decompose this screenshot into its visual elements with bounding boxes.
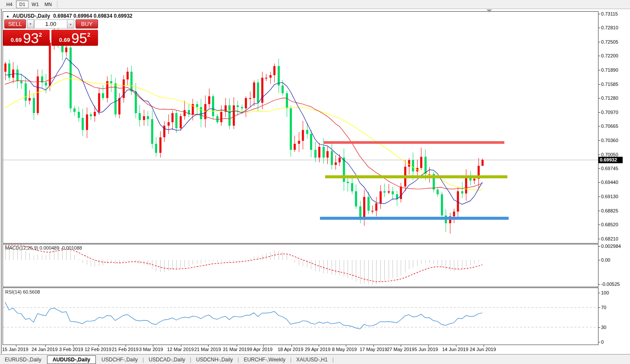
chart-shift-marker[interactable]: [487, 9, 492, 13]
date-axis-label: 21 Feb 2019: [112, 347, 139, 352]
price-axis-label: 0.68825: [601, 208, 618, 213]
rsi-axis-label-tick: [598, 342, 600, 342]
price-axis-label: 0.69745: [601, 166, 618, 171]
price-axis-label-tick: [598, 14, 600, 14]
date-axis-label: 21 Mar 2019: [194, 347, 221, 352]
ohlc-values: 0.69847 0.69964 0.69834 0.69932: [53, 13, 133, 19]
volume-input[interactable]: 1.00: [34, 19, 67, 28]
date-axis-label: 8 May 2019: [332, 347, 357, 352]
macd-canvas: [3, 244, 598, 286]
timeframe-h4-button[interactable]: H4: [3, 0, 16, 8]
date-axis-label: 12 Mar 2019: [167, 347, 194, 352]
price-axis-label: 0.71890: [601, 67, 618, 73]
macd-label: MACD(12,26,9) 0.000489 -0.001088: [5, 245, 82, 250]
macd-axis-label-tick: [598, 246, 600, 247]
price-axis-label-tick: [598, 155, 600, 155]
price-axis-label: 0.70970: [601, 110, 618, 115]
price-axis-label: 0.68520: [601, 222, 618, 227]
price-axis-label: 0.71280: [601, 95, 618, 101]
tab-xauusd-h1[interactable]: XAUUSD-,H1: [291, 356, 332, 364]
date-axis-label: 31 Mar 2019: [223, 347, 250, 352]
window-left-frame: [1, 9, 2, 354]
rsi-axis-label: 0: [601, 339, 604, 345]
collapse-one-click-icon[interactable]: ▲: [6, 14, 9, 18]
price-axis-label-tick: [598, 140, 600, 141]
date-axis-label: 14 Jun 2019: [442, 347, 469, 352]
chart-tab-bar: EURUSD-,Daily AUDUSD-,Daily USDCHF-,Dail…: [0, 354, 630, 364]
rsi-axis-label: 100: [601, 290, 609, 295]
price-chart-canvas[interactable]: [3, 12, 598, 243]
rsi-label: RSI(14) 60.5608: [5, 289, 40, 294]
price-axis-label: 0.72810: [601, 25, 618, 30]
timeframe-mn-button[interactable]: MN: [42, 0, 54, 8]
price-axis-label-tick: [598, 70, 600, 70]
rsi-axis-label-tick: [598, 307, 600, 308]
current-price-tag: 0.69932: [598, 157, 623, 163]
macd-axis-label-tick: [598, 284, 600, 285]
price-axis-label-tick: [598, 98, 600, 98]
rsi-axis-label-tick: [598, 327, 600, 328]
tab-eurchf-weekly[interactable]: EURCHF-,Weekly: [239, 356, 290, 364]
price-axis-label: 0.70360: [601, 138, 618, 143]
tab-usdcnh-daily[interactable]: USDCNH-,Daily: [191, 356, 237, 364]
price-axis-label: 0.69440: [601, 180, 618, 185]
date-axis-label: 18 Apr 2019: [278, 347, 303, 352]
price-axis-label-tick: [598, 182, 600, 183]
timeframe-toolbar: H4 D1 W1 MN: [0, 0, 630, 9]
date-axis-label: 3 Mar 2019: [139, 347, 163, 352]
tab-eurusd-daily[interactable]: EURUSD-,Daily: [0, 356, 46, 364]
date-axis-label: 27 May 2019: [387, 347, 415, 352]
sell-price-big: 93: [23, 32, 39, 45]
price-axis-label-tick: [598, 239, 600, 239]
volume-decrease-button[interactable]: ▼: [27, 19, 34, 28]
price-axis-label: 0.68210: [601, 236, 618, 241]
symbol-period-label: AUDUSD-,Daily: [13, 13, 50, 19]
buy-price-sup: 2: [87, 32, 90, 38]
buy-price-prefix: 0.69: [59, 37, 70, 43]
rsi-axis-label-tick: [598, 293, 600, 293]
one-click-trading-panel: SELL ▼ 1.00 ▲ BUY 0.69932 0.69952: [3, 19, 98, 46]
date-axis-label: 24 Jan 2019: [32, 347, 58, 352]
date-axis-label: 15 Jan 2019: [2, 347, 28, 352]
macd-axis-label: 0.002984: [601, 244, 621, 249]
date-axis-label: 5 Jun 2019: [415, 347, 438, 352]
price-axis-label: 0.69130: [601, 194, 618, 199]
tab-audusd-daily[interactable]: AUDUSD-,Daily: [47, 355, 96, 364]
sell-price-prefix: 0.69: [11, 37, 22, 43]
rsi-axis-label: 70: [601, 305, 606, 310]
macd-axis-label: 0.00: [601, 257, 610, 263]
date-axis-label: 12 Feb 2019: [85, 347, 111, 352]
price-axis-label-tick: [598, 225, 600, 225]
price-axis-label: 0.73115: [601, 11, 618, 16]
price-axis-label-tick: [598, 56, 600, 56]
timeframe-w1-button[interactable]: W1: [29, 0, 41, 8]
price-axis-label: 0.72200: [601, 53, 618, 58]
volume-increase-button[interactable]: ▲: [67, 19, 74, 28]
price-axis-label: 0.71585: [601, 82, 618, 87]
rsi-canvas: [3, 288, 598, 345]
chart-title: ▲ AUDUSD-,Daily 0.69847 0.69964 0.69834 …: [6, 13, 133, 19]
tab-usdcad-daily[interactable]: USDCAD-,Daily: [144, 356, 190, 364]
price-axis-label-tick: [598, 112, 600, 113]
price-axis-label-tick: [598, 211, 600, 211]
price-axis-label-tick: [598, 168, 600, 169]
date-axis-label: 29 Apr 2019: [305, 347, 330, 352]
date-axis-label: 17 May 2019: [360, 347, 387, 352]
tab-usdchf-daily[interactable]: USDCHF-,Daily: [97, 356, 142, 364]
sell-button[interactable]: SELL: [4, 19, 26, 28]
macd-axis-label-tick: [598, 260, 600, 260]
toolbar-separator: [57, 1, 57, 8]
buy-price-box[interactable]: 0.69952: [51, 30, 98, 46]
chevron-up-icon: ▲: [69, 22, 72, 25]
price-axis-label-tick: [598, 28, 600, 28]
price-axis-label-tick: [598, 42, 600, 42]
date-axis-label: 24 Jun 2019: [470, 347, 496, 352]
sell-price-box[interactable]: 0.69932: [3, 30, 50, 46]
rsi-axis-label: 30: [601, 325, 606, 330]
macd-axis-label: -0.00525: [601, 282, 620, 287]
buy-price-big: 95: [71, 32, 87, 45]
price-axis-label-tick: [598, 126, 600, 127]
date-axis-label: 9 Apr 2019: [250, 347, 272, 352]
buy-button[interactable]: BUY: [76, 19, 98, 28]
timeframe-d1-button[interactable]: D1: [16, 0, 28, 8]
